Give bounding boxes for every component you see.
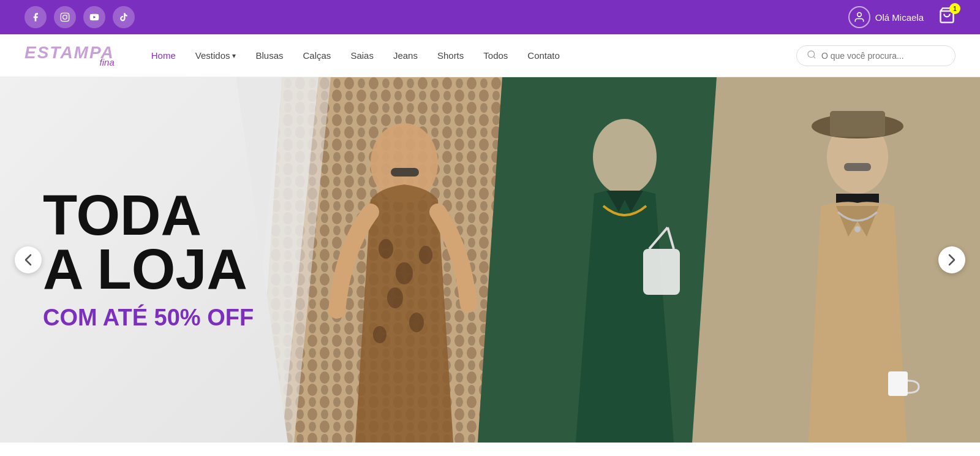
logo-fina: fina — [24, 58, 115, 67]
svg-point-6 — [808, 51, 815, 58]
cart-badge: 1 — [949, 3, 960, 14]
user-area[interactable]: Olá Micaela — [848, 6, 924, 28]
top-right-area: Olá Micaela 1 — [848, 6, 956, 28]
svg-rect-0 — [61, 13, 69, 21]
instagram-icon[interactable] — [54, 6, 76, 28]
svg-point-18 — [409, 313, 424, 332]
svg-rect-32 — [888, 371, 908, 396]
svg-point-31 — [854, 226, 861, 232]
youtube-icon[interactable] — [83, 6, 105, 28]
search-icon — [807, 50, 816, 62]
svg-rect-28 — [830, 111, 885, 137]
user-icon — [848, 6, 870, 28]
social-icons — [24, 6, 135, 28]
nav-saias[interactable]: Saias — [350, 50, 374, 61]
svg-point-19 — [373, 326, 386, 343]
nav-shorts[interactable]: Shorts — [437, 50, 464, 61]
svg-point-17 — [387, 287, 403, 308]
svg-rect-30 — [844, 163, 871, 171]
tiktok-icon[interactable] — [113, 6, 135, 28]
hero-title: TODA A LOJA — [43, 189, 257, 296]
cart-area[interactable]: 1 — [938, 7, 956, 28]
hero-subtitle: COM ATÉ 50% OFF — [43, 305, 257, 331]
nav-blusas[interactable]: Blusas — [255, 50, 283, 61]
nav-bar: ESTAMPA fina Home Vestidos ▾ Blusas Calç… — [0, 34, 980, 77]
nav-calcas[interactable]: Calças — [303, 50, 331, 61]
svg-point-15 — [396, 262, 413, 284]
svg-rect-22 — [643, 249, 680, 295]
nav-vestidos[interactable]: Vestidos ▾ — [195, 50, 236, 61]
nav-links: Home Vestidos ▾ Blusas Calças Saias Jean… — [151, 50, 796, 61]
nav-home[interactable]: Home — [151, 50, 176, 61]
nav-contato[interactable]: Contato — [527, 50, 560, 61]
svg-point-1 — [63, 15, 67, 20]
slider-prev-button[interactable] — [15, 246, 42, 273]
top-bar: Olá Micaela 1 — [0, 0, 980, 34]
logo[interactable]: ESTAMPA fina — [24, 44, 115, 67]
user-greeting: Olá Micaela — [875, 12, 924, 23]
svg-line-7 — [813, 56, 815, 58]
search-input[interactable] — [821, 51, 945, 61]
svg-rect-25 — [603, 310, 646, 443]
nav-todos[interactable]: Todos — [483, 50, 508, 61]
facebook-icon[interactable] — [24, 6, 47, 28]
svg-point-4 — [857, 13, 861, 17]
slider-next-button[interactable] — [938, 246, 965, 273]
nav-jeans[interactable]: Jeans — [393, 50, 418, 61]
svg-point-2 — [67, 15, 67, 15]
svg-point-16 — [419, 246, 432, 264]
svg-point-21 — [593, 119, 657, 195]
svg-point-14 — [379, 239, 393, 259]
chevron-down-icon: ▾ — [232, 51, 236, 60]
svg-rect-20 — [391, 168, 419, 177]
hero-slider: TODA A LOJA COM ATÉ 50% OFF — [0, 77, 980, 443]
search-box[interactable] — [796, 45, 956, 66]
